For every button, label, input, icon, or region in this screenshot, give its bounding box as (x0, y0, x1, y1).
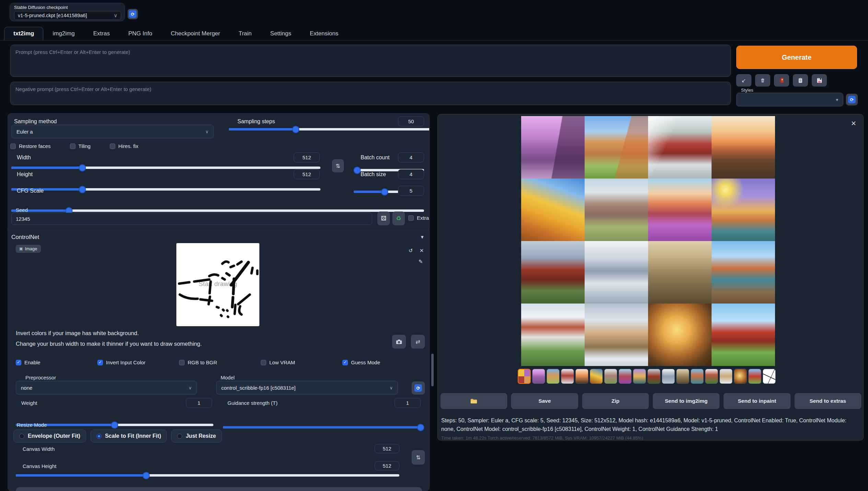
thumb-1[interactable] (532, 369, 545, 384)
gallery-close-button[interactable]: ✕ (849, 118, 858, 128)
gallery-image-1[interactable] (521, 116, 585, 179)
checkpoint-select[interactable]: v1-5-pruned.ckpt [e1441589a6] ∨ (14, 11, 121, 20)
batch-count-input[interactable]: 4 (398, 152, 424, 162)
thumb-2[interactable] (547, 369, 560, 384)
clear-prompt-button[interactable] (755, 74, 770, 87)
tab-png-info[interactable]: PNG Info (119, 27, 162, 41)
height-slider[interactable] (11, 188, 320, 191)
checkpoint-refresh-button[interactable]: ⟳ (128, 9, 138, 19)
extra-seed-checkbox[interactable]: Extra (408, 215, 429, 221)
styles-refresh-button[interactable]: ⟳ (846, 94, 858, 105)
gallery-image-15[interactable] (648, 304, 712, 366)
thumb-15[interactable] (734, 369, 747, 384)
gallery-image-12[interactable] (712, 241, 775, 304)
gallery-image-9[interactable] (521, 241, 585, 304)
width-input[interactable]: 512 (294, 152, 320, 162)
guidance-strength-input[interactable]: 1 (395, 398, 421, 408)
send-to-img2img-button[interactable]: Send to img2img (653, 393, 719, 409)
gallery-image-14[interactable] (585, 304, 648, 366)
copy-params-button[interactable] (793, 74, 808, 87)
tab-extras[interactable]: Extras (84, 27, 119, 41)
brush-button[interactable]: ✎ (416, 258, 425, 265)
thumb-16[interactable] (748, 369, 761, 384)
thumb-7[interactable] (619, 369, 632, 384)
tab-train[interactable]: Train (229, 27, 261, 41)
swap-canvas-dims-button[interactable]: ⇅ (412, 450, 425, 465)
cfg-scale-input[interactable]: 5 (398, 186, 424, 196)
cn-low-vram-checkbox[interactable]: Low VRAM (261, 359, 342, 365)
thumb-8[interactable] (633, 369, 646, 384)
webcam-button[interactable] (392, 335, 406, 349)
gallery-image-10[interactable] (585, 241, 648, 304)
undo-button[interactable]: ↺ (406, 247, 415, 254)
preprocessor-select[interactable]: none ∨ (16, 381, 197, 395)
open-folder-button[interactable] (441, 393, 507, 409)
sampling-method-select[interactable]: Euler a ∨ (11, 125, 214, 138)
gallery-image-13[interactable] (521, 304, 585, 366)
gallery-image-2[interactable] (585, 116, 648, 179)
tab-extensions[interactable]: Extensions (301, 27, 348, 41)
restore-faces-checkbox[interactable]: Restore faces (10, 143, 51, 149)
tab-img2img[interactable]: img2img (43, 27, 84, 41)
resize-envelope-radio[interactable]: Envelope (Outer Fit) (13, 430, 86, 443)
canvas-width-input[interactable]: 512 (375, 444, 399, 453)
thumb-11[interactable] (676, 369, 689, 384)
gallery-image-7[interactable] (648, 179, 712, 241)
styles-select[interactable]: ▾ (736, 93, 843, 106)
resize-just-resize-radio[interactable]: Just Resize (171, 430, 222, 443)
thumb-10[interactable] (662, 369, 675, 384)
tiling-checkbox[interactable]: Tiling (70, 143, 91, 149)
thumb-grid-montage[interactable] (518, 369, 531, 384)
save-style-button[interactable] (812, 74, 827, 87)
sampling-steps-slider[interactable] (229, 128, 430, 130)
cfg-scale-slider[interactable] (11, 209, 424, 212)
thumb-9[interactable] (647, 369, 660, 384)
zip-button[interactable]: Zip (582, 393, 649, 409)
prompt-input[interactable] (10, 45, 731, 77)
weight-input[interactable]: 1 (186, 398, 212, 408)
thumb-14[interactable] (719, 369, 732, 384)
negative-prompt-input[interactable] (10, 82, 731, 105)
sampling-steps-input[interactable]: 50 (398, 116, 424, 126)
create-blank-canvas-button[interactable] (16, 487, 422, 491)
thumb-3[interactable] (561, 369, 574, 384)
gallery-image-5[interactable] (521, 179, 585, 241)
generate-button[interactable]: Generate (736, 46, 857, 69)
style-apply-button[interactable] (774, 74, 789, 87)
controlnet-model-select[interactable]: control_scribble-fp16 [c508311e] ∨ (216, 381, 398, 395)
send-to-inpaint-button[interactable]: Send to inpaint (724, 393, 790, 409)
thumb-scribble[interactable] (763, 369, 776, 384)
controlnet-image-tab[interactable]: ▣ Image (16, 245, 41, 253)
gallery-image-16[interactable] (712, 304, 775, 366)
gallery-image-6[interactable] (585, 179, 648, 241)
gallery-image-11[interactable] (648, 241, 712, 304)
controlnet-accordion-header[interactable]: ControlNet ▼ (11, 234, 426, 243)
hires-fix-checkbox[interactable]: Hires. fix (110, 143, 138, 149)
gallery-image-4[interactable] (712, 116, 775, 179)
gallery-image-8[interactable] (712, 179, 775, 241)
tab-checkpoint-merger[interactable]: Checkpoint Merger (162, 27, 230, 41)
random-seed-button[interactable]: ⚄ (377, 212, 390, 225)
cn-enable-checkbox[interactable]: Enable (16, 359, 97, 365)
seed-input[interactable] (11, 213, 372, 225)
thumb-5[interactable] (590, 369, 603, 384)
thumb-6[interactable] (604, 369, 617, 384)
swap-dimensions-button[interactable]: ⇅ (332, 159, 344, 172)
mirror-webcam-button[interactable]: ⇄ (411, 335, 425, 349)
model-refresh-button[interactable]: ⟳ (412, 381, 425, 395)
cn-invert-checkbox[interactable]: Invert Input Color (97, 359, 179, 365)
send-to-extras-button[interactable]: Send to extras (795, 393, 861, 409)
gallery-image-3[interactable] (648, 116, 712, 179)
cn-rgb-bgr-checkbox[interactable]: RGB to BGR (179, 359, 261, 365)
thumb-4[interactable] (575, 369, 588, 384)
canvas-width-slider[interactable] (16, 474, 399, 477)
tab-settings[interactable]: Settings (261, 27, 301, 41)
width-slider[interactable] (11, 167, 320, 169)
save-button[interactable]: Save (511, 393, 578, 409)
cn-guess-mode-checkbox[interactable]: Guess Mode (342, 359, 424, 365)
guidance-strength-slider[interactable] (223, 426, 421, 429)
height-input[interactable]: 512 (294, 169, 320, 179)
thumb-13[interactable] (705, 369, 718, 384)
thumb-12[interactable] (691, 369, 704, 384)
paste-button[interactable]: ↙ (736, 74, 751, 87)
